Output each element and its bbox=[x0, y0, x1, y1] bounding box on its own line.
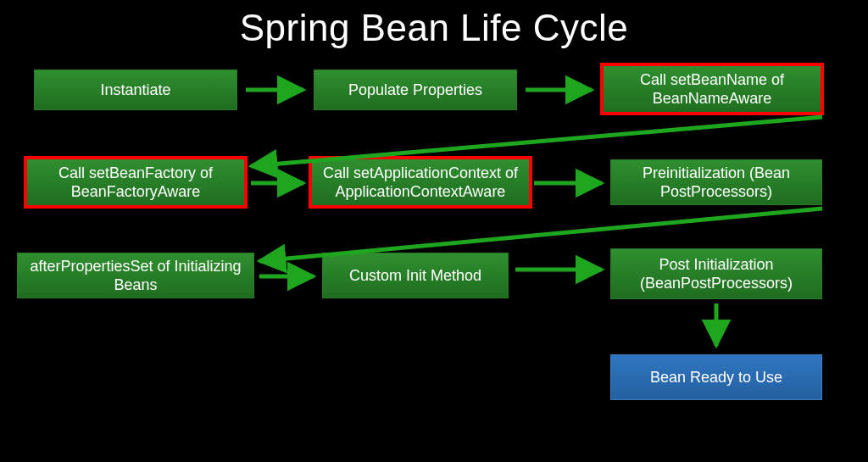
box-bean-ready: Bean Ready to Use bbox=[610, 354, 822, 400]
box-custom-init: Custom Init Method bbox=[322, 253, 509, 298]
box-populate-properties: Populate Properties bbox=[314, 70, 517, 110]
box-set-bean-name: Call setBeanName of BeanNameAware bbox=[602, 64, 822, 114]
box-instantiate: Instantiate bbox=[34, 70, 237, 110]
box-set-application-context: Call setApplicationContext of Applicatio… bbox=[310, 158, 531, 207]
box-post-initialization: Post Initialization (BeanPostProcessors) bbox=[610, 248, 822, 299]
diagram-title: Spring Bean Life Cycle bbox=[0, 0, 868, 49]
box-preinitialization: Preinitialization (Bean PostProcessors) bbox=[610, 159, 822, 205]
box-after-properties-set: afterPropertiesSet of Initializing Beans bbox=[17, 253, 254, 298]
box-set-bean-factory: Call setBeanFactory of BeanFactoryAware bbox=[25, 158, 246, 207]
diagram-canvas: Instantiate Populate Properties Call set… bbox=[0, 58, 868, 462]
